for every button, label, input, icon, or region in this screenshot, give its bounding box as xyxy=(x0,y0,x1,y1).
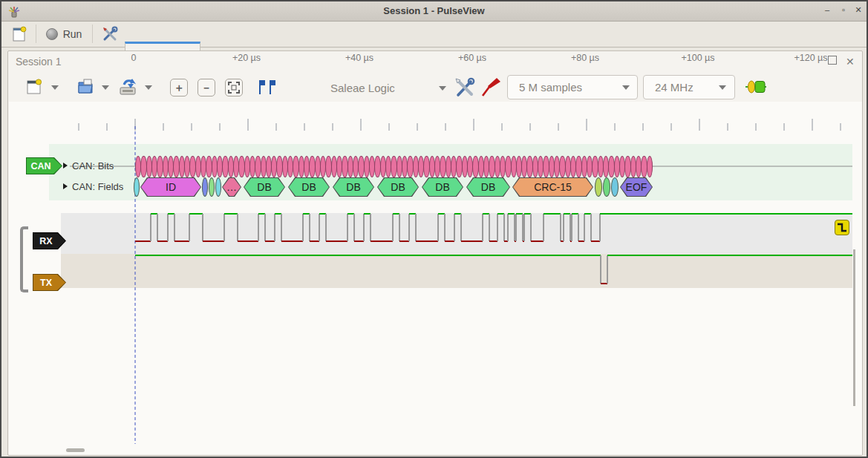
chevron-down-icon xyxy=(622,85,630,90)
channel-tag-tx[interactable]: TX xyxy=(33,274,66,291)
field-annotation[interactable]: CRC-15 xyxy=(512,177,593,197)
ruler-time-label: +20 µs xyxy=(232,53,261,63)
decoder-icon xyxy=(745,79,767,94)
field-annotation[interactable] xyxy=(209,177,215,197)
chevron-down-icon xyxy=(719,85,726,90)
field-label: ID xyxy=(141,178,200,196)
bit-annotation[interactable] xyxy=(647,156,653,177)
sample-rate-select[interactable]: 24 MHz xyxy=(643,75,735,99)
ruler-time-label: +120 µs xyxy=(794,53,827,63)
horizontal-scrollbar[interactable] xyxy=(66,448,85,452)
decoder-tag-can[interactable]: CAN xyxy=(26,157,62,174)
device-config-button[interactable] xyxy=(454,76,476,99)
new-session-icon xyxy=(12,26,27,42)
chevron-down-icon xyxy=(145,85,152,90)
trigger-marker-badge[interactable] xyxy=(835,220,849,235)
dock-close-icon[interactable]: ✕ xyxy=(846,56,856,66)
new-view-menu-button[interactable] xyxy=(51,85,59,90)
zoom-fit-icon xyxy=(228,82,240,94)
field-label: DB xyxy=(422,178,463,196)
open-button[interactable] xyxy=(76,78,96,96)
ruler-time-label: +100 µs xyxy=(681,53,714,63)
dock-title: Session 1 xyxy=(16,56,61,68)
window-title: Session 1 - PulseView xyxy=(1,5,867,16)
field-annotation[interactable]: ID xyxy=(140,177,201,197)
field-annotation[interactable] xyxy=(603,177,610,197)
pulseview-window: Session 1 - PulseView – ▫ ✕ Run xyxy=(0,0,868,458)
row-label-can-fields: CAN: Fields xyxy=(72,181,123,192)
field-annotation[interactable]: DB xyxy=(333,177,374,197)
run-state-icon xyxy=(46,28,58,40)
rx-band xyxy=(61,213,852,254)
field-label: DB xyxy=(244,178,284,196)
field-annotation[interactable] xyxy=(202,177,208,197)
chevron-down-icon xyxy=(102,85,109,90)
zoom-in-button[interactable]: ＋ xyxy=(170,79,188,96)
falling-edge-icon xyxy=(835,220,849,235)
minimize-button[interactable]: – xyxy=(821,5,833,14)
field-annotation[interactable]: DB xyxy=(244,177,285,197)
field-label: DB xyxy=(333,178,373,196)
expander-icon[interactable] xyxy=(63,163,68,169)
device-selector[interactable]: Saleae Logic xyxy=(323,76,449,100)
sample-count-select[interactable]: 5 M samples xyxy=(507,75,638,99)
ruler-time-label: 0 xyxy=(131,53,137,63)
zoom-fit-button[interactable] xyxy=(225,79,243,96)
save-icon xyxy=(118,78,137,96)
ruler-time-label: +80 µs xyxy=(571,53,599,63)
new-session-button[interactable] xyxy=(7,23,31,45)
save-button[interactable] xyxy=(118,78,137,96)
device-name: Saleae Logic xyxy=(330,82,395,94)
field-annotation[interactable] xyxy=(134,177,140,197)
channel-group-bracket[interactable] xyxy=(20,226,28,292)
session-toolbar: ＋ － Saleae Logic xyxy=(8,73,862,102)
field-annotation[interactable]: DB xyxy=(466,177,510,197)
field-label: DB xyxy=(467,178,509,196)
new-view-button[interactable] xyxy=(26,78,42,96)
toolbar-separator xyxy=(36,24,36,43)
maximize-button[interactable]: ▫ xyxy=(838,5,849,14)
row-label-can-bits: CAN: Bits xyxy=(72,160,114,171)
run-label: Run xyxy=(63,28,82,40)
titlebar: Session 1 - PulseView – ▫ ✕ xyxy=(1,1,867,22)
field-annotation[interactable] xyxy=(595,177,602,197)
channel-tag-rx[interactable]: RX xyxy=(33,232,66,249)
field-annotation[interactable] xyxy=(215,177,221,197)
channels-button[interactable] xyxy=(480,76,501,99)
ruler-time-label: +60 µs xyxy=(458,53,486,63)
close-button[interactable]: ✕ xyxy=(852,5,864,15)
new-view-icon xyxy=(26,78,42,96)
field-label: DB xyxy=(289,178,329,196)
field-label: CRC-15 xyxy=(513,178,593,196)
open-folder-icon xyxy=(76,78,96,96)
field-label: EOF xyxy=(621,178,652,196)
sample-rate-value: 24 MHz xyxy=(655,81,694,94)
open-menu-button[interactable] xyxy=(102,85,109,90)
vertical-scrollbar[interactable] xyxy=(853,249,855,406)
chevron-down-icon xyxy=(51,85,59,90)
field-annotation[interactable]: DB xyxy=(288,177,330,197)
ruler-time-label: +40 µs xyxy=(345,53,373,63)
tx-band xyxy=(61,254,852,288)
field-annotation[interactable]: EOF xyxy=(620,177,653,197)
run-button[interactable]: Run xyxy=(40,23,88,45)
zoom-out-button[interactable]: － xyxy=(198,79,215,96)
show-cursors-button[interactable] xyxy=(256,79,277,95)
expander-icon[interactable] xyxy=(63,183,68,189)
probe-icon xyxy=(480,76,501,99)
field-annotation[interactable]: DB xyxy=(422,177,463,197)
field-annotation[interactable]: DB xyxy=(377,177,419,197)
add-decoder-button[interactable] xyxy=(745,79,767,94)
cursors-flags-icon xyxy=(256,79,277,95)
main-toolbar: Run Session 1 ✕ xyxy=(1,22,867,48)
toolbar-separator xyxy=(92,24,93,43)
dock-float-icon[interactable] xyxy=(828,56,837,65)
settings-button[interactable] xyxy=(97,23,123,45)
chevron-down-icon xyxy=(439,86,446,91)
tools-icon xyxy=(102,26,118,42)
wrench-screwdriver-icon xyxy=(454,76,476,99)
save-menu-button[interactable] xyxy=(145,85,152,90)
field-annotation[interactable] xyxy=(611,177,619,197)
sample-count-value: 5 M samples xyxy=(519,81,582,94)
field-label: DB xyxy=(378,178,418,196)
